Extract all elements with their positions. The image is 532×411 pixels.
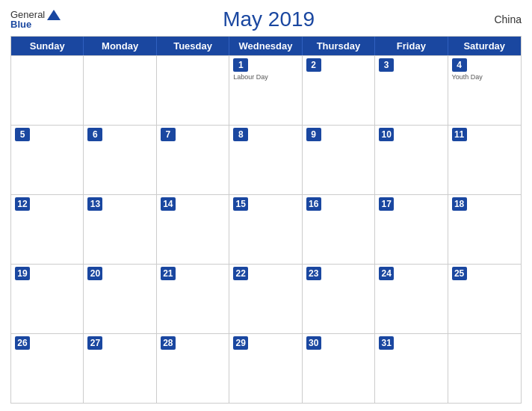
day-number: 11	[452, 128, 467, 141]
cal-cell-2-6: 18	[448, 195, 521, 264]
day-number: 19	[15, 267, 30, 280]
cal-cell-2-2: 14	[157, 195, 229, 264]
calendar-page: General Blue May 2019 China Sunday Monda…	[0, 0, 532, 411]
day-number: 22	[233, 267, 248, 280]
cal-cell-0-0	[11, 56, 84, 125]
header-monday: Monday	[84, 37, 156, 55]
day-number: 8	[233, 128, 248, 141]
cal-cell-2-1: 13	[84, 195, 156, 264]
day-number: 16	[306, 197, 321, 211]
cal-cell-0-5: 3	[375, 56, 448, 125]
cal-cell-3-0: 19	[11, 265, 84, 333]
day-number: 9	[306, 128, 321, 141]
cal-cell-3-6: 25	[448, 265, 521, 333]
cal-cell-1-4: 9	[303, 126, 375, 194]
calendar-body: 1Labour Day234Youth Day56789101112131415…	[11, 55, 521, 403]
cal-cell-4-6	[448, 334, 521, 403]
cal-cell-2-0: 12	[11, 195, 84, 264]
header-saturday: Saturday	[448, 37, 521, 55]
day-number: 30	[306, 336, 321, 350]
day-number: 3	[379, 58, 394, 72]
header-tuesday: Tuesday	[157, 37, 229, 55]
week-row-5: 262728293031	[11, 333, 521, 403]
day-number: 26	[15, 336, 30, 350]
cal-cell-3-5: 24	[375, 265, 448, 333]
day-number: 15	[233, 197, 248, 211]
cal-cell-0-1	[84, 56, 156, 125]
logo: General Blue	[10, 9, 61, 30]
cal-cell-1-0: 5	[11, 126, 84, 194]
cal-cell-2-4: 16	[303, 195, 375, 264]
day-number: 14	[161, 197, 176, 211]
day-number: 24	[379, 267, 394, 280]
cal-cell-4-4: 30	[303, 334, 375, 403]
day-number: 5	[15, 128, 30, 141]
day-number: 21	[161, 267, 176, 280]
day-number: 23	[306, 267, 321, 280]
calendar-header: General Blue May 2019 China	[10, 7, 522, 31]
cal-cell-1-2: 7	[157, 126, 229, 194]
day-number: 12	[15, 197, 30, 211]
cal-cell-3-2: 21	[157, 265, 229, 333]
cal-cell-1-5: 10	[375, 126, 448, 194]
cal-cell-4-1: 27	[84, 334, 156, 403]
day-number: 18	[452, 197, 467, 211]
day-number: 6	[87, 128, 102, 141]
holiday-label: Labour Day	[233, 73, 297, 81]
header-thursday: Thursday	[303, 37, 375, 55]
day-number: 13	[87, 197, 102, 211]
calendar-grid: Sunday Monday Tuesday Wednesday Thursday…	[10, 36, 522, 404]
cal-cell-0-3: 1Labour Day	[229, 56, 302, 125]
day-number: 31	[379, 336, 394, 350]
day-number: 20	[87, 267, 102, 280]
cal-cell-2-5: 17	[375, 195, 448, 264]
day-number: 27	[87, 336, 102, 350]
cal-cell-0-6: 4Youth Day	[448, 56, 521, 125]
week-row-2: 567891011	[11, 125, 521, 194]
country-label: China	[477, 13, 522, 25]
day-number: 17	[379, 197, 394, 211]
cal-cell-2-3: 15	[229, 195, 302, 264]
day-number: 25	[452, 267, 467, 280]
header-sunday: Sunday	[11, 37, 84, 55]
cal-cell-4-5: 31	[375, 334, 448, 403]
cal-cell-3-3: 22	[229, 265, 302, 333]
header-wednesday: Wednesday	[229, 37, 302, 55]
cal-cell-0-2	[157, 56, 229, 125]
week-row-3: 12131415161718	[11, 194, 521, 264]
cal-cell-4-0: 26	[11, 334, 84, 403]
weekday-header-row: Sunday Monday Tuesday Wednesday Thursday…	[11, 37, 521, 55]
day-number: 28	[161, 336, 176, 350]
week-row-4: 19202122232425	[11, 264, 521, 333]
logo-icon	[47, 10, 61, 20]
cal-cell-1-1: 6	[84, 126, 156, 194]
day-number: 10	[379, 128, 394, 141]
holiday-label: Youth Day	[452, 73, 517, 81]
svg-marker-0	[47, 10, 61, 20]
day-number: 1	[233, 58, 248, 72]
month-title: May 2019	[61, 7, 477, 31]
cal-cell-1-6: 11	[448, 126, 521, 194]
header-friday: Friday	[375, 37, 448, 55]
day-number: 2	[306, 58, 321, 72]
cal-cell-4-2: 28	[157, 334, 229, 403]
day-number: 7	[161, 128, 176, 141]
day-number: 4	[452, 58, 467, 72]
cal-cell-4-3: 29	[229, 334, 302, 403]
logo-blue: Blue	[10, 19, 31, 30]
cal-cell-1-3: 8	[229, 126, 302, 194]
week-row-1: 1Labour Day234Youth Day	[11, 55, 521, 125]
cal-cell-3-4: 23	[303, 265, 375, 333]
cal-cell-3-1: 20	[84, 265, 156, 333]
day-number: 29	[233, 336, 248, 350]
cal-cell-0-4: 2	[303, 56, 375, 125]
